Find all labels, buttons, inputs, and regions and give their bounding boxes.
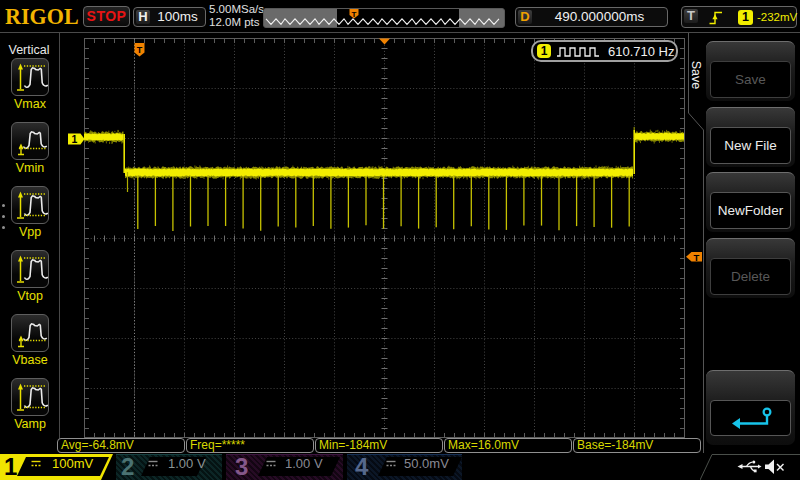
svg-text:T: T [137,45,143,55]
svg-text:1: 1 [72,133,78,145]
svg-text:T: T [352,10,357,19]
